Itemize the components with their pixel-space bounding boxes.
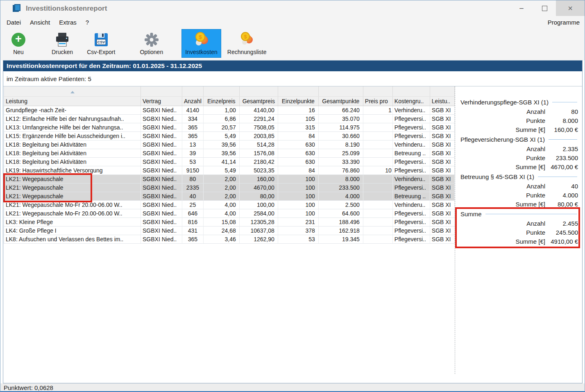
table-cell: SGB XI <box>430 166 454 174</box>
column-band[interactable] <box>318 86 363 96</box>
table-cell: 334 <box>182 114 204 123</box>
app-icon <box>13 4 22 13</box>
column-header[interactable]: Leistu.. <box>430 96 454 106</box>
table-cell: SGBXI Nied.. <box>141 200 182 209</box>
summary-label: Punkte <box>460 192 545 199</box>
table-cell: LK21: Wegepauschale <box>4 183 141 192</box>
table-row[interactable]: LK4: Große Pflege ISGBXI Nied..43124,681… <box>4 226 455 235</box>
table-cell: 19.345 <box>318 235 363 243</box>
table-cell: Pflegeversi.. <box>392 226 430 235</box>
summary-group-title: Betreuung § 45-SGB XI (1) <box>460 173 534 180</box>
toolbar-button-rechnungsliste[interactable]: $ Rechnungsliste <box>224 29 270 58</box>
table-cell: 100 <box>278 192 318 200</box>
minimize-button[interactable]: – <box>510 0 533 16</box>
close-button[interactable]: × <box>556 0 585 16</box>
maximize-button[interactable] <box>533 0 556 16</box>
column-header[interactable]: Gesamtpunkte <box>318 96 363 106</box>
summary-row: Anzahl40 <box>460 181 578 190</box>
table-row[interactable]: LK18: Begleitung bei AktivitätenSGBXI Ni… <box>4 140 455 149</box>
table-cell: LK21: Wegepauschale <box>4 174 141 183</box>
column-band[interactable] <box>141 86 182 96</box>
summary-group-title: Pflegeversicherung-SGB XI (1) <box>460 136 545 143</box>
report-band-title: Investitionkostenreport für den Zeitraum… <box>3 61 582 71</box>
table-cell <box>363 200 392 209</box>
statusbar: Punktwert: 0,0628 <box>0 383 585 392</box>
menu-help[interactable]: ? <box>81 18 93 27</box>
column-band[interactable] <box>278 86 318 96</box>
table-cell: 114.975 <box>318 123 363 131</box>
table-row[interactable]: LK21: Wegepauschale Mo-Fr 20.00-06.00 W.… <box>4 200 455 209</box>
table-cell: 25 <box>182 200 204 209</box>
table-row[interactable]: LK12: Einfache Hilfe bei der Nahrungsauf… <box>4 114 455 123</box>
summary-value: 2.335 <box>548 145 578 152</box>
table-cell: SGB XI <box>430 106 454 114</box>
table-cell: 630 <box>278 140 318 149</box>
table-row[interactable]: LK21: Wegepauschale Mo-Fr 20.00-06.00 W.… <box>4 209 455 218</box>
menu-datei[interactable]: Datei <box>2 18 25 27</box>
column-header[interactable]: Preis pro <box>363 96 392 106</box>
column-band[interactable] <box>4 86 141 96</box>
column-header[interactable]: Leistung <box>4 96 141 106</box>
table-cell: Pflegeversi.. <box>392 183 430 192</box>
toolbar-button-neu[interactable]: + Neu <box>6 29 31 58</box>
table-cell: 2335 <box>182 183 204 192</box>
table-row[interactable]: LK15: Ergänzende Hilfe bei Ausscheidunge… <box>4 131 455 140</box>
table-row[interactable]: LK21: WegepauschaleSGBXI Nied..802,00160… <box>4 174 455 183</box>
toolbar-label: Investkosten <box>185 49 218 55</box>
table-cell: SGBXI Nied.. <box>141 140 182 149</box>
svg-text:$: $ <box>199 34 202 40</box>
column-band[interactable] <box>430 86 454 96</box>
table-row[interactable]: LK18: Begleitung bei AktivitätenSGBXI Ni… <box>4 157 455 166</box>
table-cell: 80 <box>182 174 204 183</box>
table-cell: SGBXI Nied.. <box>141 209 182 218</box>
table-cell: 20,57 <box>203 123 239 131</box>
toolbar-button-drucken[interactable]: Drucken <box>48 29 77 58</box>
toolbar-button-investkosten[interactable]: $ Investkosten <box>181 29 221 58</box>
column-header[interactable]: Kostengru.. <box>392 96 430 106</box>
toolbar-button-optionen[interactable]: Optionen <box>136 29 167 58</box>
table-cell: Verhinderu.. <box>392 106 430 114</box>
table-row[interactable]: Grundpflege -nach Zeit-SGBXI Nied..41401… <box>4 106 455 114</box>
table-cell: 66.240 <box>318 106 363 114</box>
table-row[interactable]: LK8: Aufsuchen und Verlassen des Bettes … <box>4 235 455 243</box>
table-row[interactable]: LK18: Begleitung bei AktivitätenSGBXI Ni… <box>4 149 455 157</box>
table-row[interactable]: LK3: Kleine PflegeSGBXI Nied..81615,0812… <box>4 218 455 226</box>
table-cell: 100 <box>278 183 318 192</box>
table-cell <box>363 183 392 192</box>
table-cell: 2180,42 <box>239 157 278 166</box>
column-band[interactable] <box>363 86 392 96</box>
column-header[interactable]: Gesamtpreis <box>239 96 278 106</box>
table-row[interactable]: LK21: WegepauschaleSGBXI Nied..23352,004… <box>4 183 455 192</box>
toolbar-button-csv-export[interactable]: CSV Csv-Export <box>83 29 119 58</box>
table-cell: 84 <box>278 166 318 174</box>
menu-ansicht[interactable]: Ansicht <box>25 18 54 27</box>
table-cell: 8.190 <box>318 140 363 149</box>
table-cell <box>363 226 392 235</box>
menu-extras[interactable]: Extras <box>54 18 81 27</box>
column-header[interactable]: Anzahl <box>182 96 204 106</box>
column-band[interactable] <box>392 86 430 96</box>
table-cell: LK3: Kleine Pflege <box>4 218 141 226</box>
table-cell: SGBXI Nied.. <box>141 192 182 200</box>
column-header[interactable]: Vertrag <box>141 96 182 106</box>
column-band[interactable] <box>239 86 278 96</box>
table-cell: SGB XI <box>430 218 454 226</box>
column-header[interactable]: Einzelpreis <box>203 96 239 106</box>
summary-group: Verhinderungspflege-SGB XI (1)Anzahl80Pu… <box>460 97 578 134</box>
group-rule <box>549 139 577 140</box>
table-cell: SGBXI Nied.. <box>141 174 182 183</box>
table-row[interactable]: LK13: Umfangreiche Hilfe bei der Nahrung… <box>4 123 455 131</box>
table-cell: 105 <box>278 114 318 123</box>
table-cell: LK18: Begleitung bei Aktivitäten <box>4 157 141 166</box>
table-cell: 3,46 <box>203 235 239 243</box>
column-header[interactable]: Einzelpunkte <box>278 96 318 106</box>
table-cell: 41,14 <box>203 157 239 166</box>
table-cell: 4670,00 <box>239 183 278 192</box>
column-band[interactable] <box>203 86 239 96</box>
toolbar-label: Csv-Export <box>87 49 115 55</box>
summary-value: 233.500 <box>548 154 578 161</box>
menu-programme[interactable]: Programme <box>548 19 580 26</box>
table-row[interactable]: LK21: WegepauschaleSGBXI Nied..402,0080,… <box>4 192 455 200</box>
column-band[interactable] <box>182 86 204 96</box>
table-row[interactable]: LK19: Hauswirtschaftliche VersorgungSGBX… <box>4 166 455 174</box>
